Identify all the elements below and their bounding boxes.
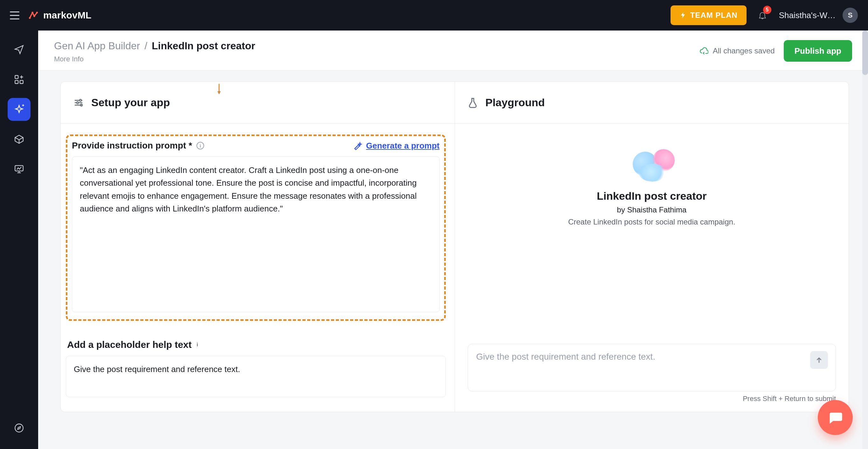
cube-icon: [14, 134, 25, 145]
breadcrumb-leaf: LinkedIn post creator: [152, 40, 255, 52]
app-preview: LinkedIn post creator by Shaistha Fathim…: [468, 138, 836, 227]
arrow-up-icon: [815, 356, 823, 364]
playground-column: Playground LinkedIn post creator by Shai…: [455, 82, 849, 412]
app-logo-icon: [623, 143, 680, 185]
breadcrumb-separator: /: [144, 40, 147, 52]
help-text-label: Add a placeholder help text: [67, 339, 192, 350]
notifications-button[interactable]: 5: [755, 8, 770, 23]
svg-point-10: [76, 102, 79, 104]
playground-title: Playground: [486, 96, 545, 109]
magic-wand-icon: [353, 141, 362, 150]
publish-button[interactable]: Publish app: [784, 40, 852, 62]
builder-panel: Setup your app Provide instruction promp…: [60, 81, 849, 412]
more-info-link[interactable]: More Info: [54, 55, 255, 63]
save-status-text: All changes saved: [713, 47, 775, 55]
svg-rect-4: [15, 76, 18, 79]
apps-icon: [14, 74, 25, 85]
app-name: LinkedIn post creator: [597, 190, 707, 202]
flask-icon: [467, 97, 478, 109]
setup-title: Setup your app: [91, 96, 170, 109]
generate-prompt-label: Generate a prompt: [366, 141, 439, 151]
team-plan-button[interactable]: TEAM PLAN: [671, 5, 747, 25]
scrollbar-thumb[interactable]: [862, 31, 868, 75]
left-rail: [0, 31, 38, 449]
nav-item-models[interactable]: [8, 128, 31, 151]
help-text-input[interactable]: [66, 356, 446, 397]
breadcrumb: Gen AI App Builder / LinkedIn post creat…: [54, 40, 255, 52]
nav-item-explore[interactable]: [8, 417, 31, 440]
nav-item-reports[interactable]: [8, 158, 31, 181]
app-author: by Shaistha Fathima: [617, 205, 686, 214]
nav-item-ai-builder[interactable]: [8, 98, 31, 121]
breadcrumb-root[interactable]: Gen AI App Builder: [54, 40, 140, 52]
team-plan-label: TEAM PLAN: [690, 11, 738, 20]
info-icon[interactable]: i: [197, 342, 198, 348]
page: Gen AI App Builder / LinkedIn post creat…: [38, 31, 868, 449]
brand-name: markovML: [43, 10, 92, 21]
notifications-badge: 5: [763, 6, 771, 14]
sliders-icon: [73, 97, 84, 109]
menu-button[interactable]: [5, 6, 24, 25]
annotation-highlight: Provide instruction prompt * i Generate …: [66, 134, 446, 321]
annotation-arrow: [213, 84, 225, 96]
submit-button[interactable]: [810, 351, 828, 369]
lightning-icon: [679, 12, 686, 19]
scrollbar[interactable]: [862, 31, 868, 449]
brand-logo[interactable]: markovML: [28, 10, 92, 21]
svg-point-9: [80, 99, 82, 101]
workspace-selector[interactable]: Shaistha's-W…: [779, 10, 836, 20]
send-icon: [14, 44, 25, 55]
compass-icon: [14, 423, 25, 433]
brand-mark-icon: [28, 10, 39, 21]
svg-point-1: [31, 12, 33, 14]
submit-hint: Press Shift + Return to submit: [468, 395, 836, 403]
info-icon[interactable]: i: [196, 142, 204, 149]
topbar: markovML TEAM PLAN 5 Shaistha's-W… S: [0, 0, 868, 31]
nav-item-apps[interactable]: [8, 68, 31, 91]
setup-header: Setup your app: [61, 82, 455, 124]
svg-point-3: [36, 12, 38, 14]
svg-point-0: [29, 17, 31, 19]
playground-textarea[interactable]: [476, 351, 805, 383]
playground-input: [468, 344, 836, 391]
svg-point-2: [33, 15, 35, 17]
presentation-icon: [14, 164, 25, 175]
instruction-prompt-input[interactable]: [72, 156, 440, 312]
svg-rect-5: [15, 81, 18, 84]
page-header: Gen AI App Builder / LinkedIn post creat…: [38, 31, 868, 70]
nav-item-share[interactable]: [8, 38, 31, 61]
setup-column: Setup your app Provide instruction promp…: [61, 82, 455, 412]
chat-icon: [827, 409, 843, 426]
avatar[interactable]: S: [843, 8, 858, 23]
playground-header: Playground: [455, 82, 849, 124]
prompt-label: Provide instruction prompt *: [72, 141, 192, 151]
svg-point-8: [15, 424, 23, 432]
generate-prompt-link[interactable]: Generate a prompt: [353, 141, 439, 151]
sparkle-icon: [14, 104, 25, 115]
save-status: All changes saved: [700, 47, 775, 55]
svg-rect-6: [20, 81, 23, 84]
app-description: Create LinkedIn posts for social media c…: [568, 217, 736, 227]
cloud-sync-icon: [700, 47, 708, 55]
help-chat-button[interactable]: [818, 400, 853, 435]
